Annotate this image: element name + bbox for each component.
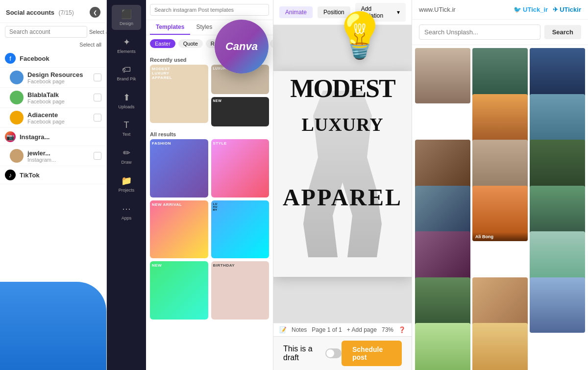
telegram-icon: ✈ — [553, 6, 558, 13]
instagram-account-info: Instagra... — [20, 133, 101, 141]
template-all-3[interactable]: NEW ARRIVAL — [150, 200, 208, 259]
projects-icon: 📁 — [121, 175, 132, 186]
design-title-apparel: APPAREL — [273, 184, 412, 211]
tiktok-account-info: TikTok — [20, 172, 101, 179]
canva-logo: Canva — [215, 20, 269, 74]
blablatalk-sub: Facebook page — [27, 99, 90, 104]
canva-text-btn[interactable]: T Text — [112, 116, 141, 141]
select-all-row: Select all — [0, 41, 106, 49]
instagram-account-item[interactable]: 📷 Instagra... — [0, 128, 106, 146]
adiacente-checkbox[interactable] — [94, 114, 101, 122]
template-thumb-1[interactable]: MODESTLUXURYAPPAREL — [150, 65, 208, 123]
design-resources-checkbox[interactable] — [94, 74, 101, 81]
template-thumb-3[interactable]: NEW — [211, 97, 270, 126]
page-info: Page 1 of 1 — [312, 326, 342, 333]
photo-item-16[interactable] — [530, 277, 585, 333]
blablatalk-checkbox[interactable] — [94, 94, 101, 101]
draft-toggle[interactable] — [325, 348, 342, 358]
template-all-2[interactable]: Style — [211, 139, 270, 197]
jewler-checkbox[interactable] — [94, 152, 101, 160]
template-all-4[interactable]: LUXURY — [211, 200, 270, 259]
chip-more[interactable]: › — [270, 39, 273, 48]
twitter-link[interactable]: 🐦 UTick_ir — [514, 6, 548, 13]
adiacente-info: Adiacente Facebook page — [27, 111, 90, 124]
canva-projects-btn[interactable]: 📁 Projects — [112, 172, 141, 197]
animate-btn[interactable]: Animate — [279, 6, 313, 18]
middle-panel: Create a new post +2 Customize each — [107, 0, 412, 370]
search-account-input[interactable] — [5, 26, 87, 38]
lightbulb-icon: 💡 — [332, 10, 387, 61]
uploads-label: Uploads — [118, 104, 134, 109]
all-results-grid: Fashion Style NEW ARRIVAL LUXURY NEW — [150, 139, 269, 320]
left-panel: Social accounts (7/15) Select all Select… — [0, 0, 107, 370]
add-page-btn[interactable]: + Add page — [347, 326, 377, 333]
twitter-icon: 🐦 — [514, 6, 521, 13]
canva-draw-btn[interactable]: ✏ Draw — [112, 144, 141, 169]
text-icon: T — [124, 120, 129, 130]
canva-apps-btn[interactable]: ⋯ Apps — [112, 199, 141, 224]
canva-design-btn[interactable]: ⬛ Design — [112, 5, 141, 30]
search-row: Select all — [0, 23, 106, 41]
telegram-link[interactable]: ✈ UTickir — [553, 6, 581, 13]
adiacente-avatar — [10, 111, 24, 124]
draft-label: This is a draft — [283, 345, 321, 362]
draft-knob — [326, 349, 334, 357]
right-panel: www.UTick.ir 🐦 UTick_ir ✈ UTickir Search… — [412, 0, 588, 370]
canva-elements-btn[interactable]: ✦ Elements — [112, 33, 141, 58]
photo-item-17[interactable] — [415, 323, 470, 370]
search-button[interactable]: Search — [544, 25, 581, 39]
search-unsplash-row: Search — [412, 20, 588, 45]
canva-logo-text: Canva — [225, 40, 258, 53]
search-unsplash-input[interactable] — [419, 25, 540, 40]
photo-item-18[interactable] — [472, 323, 528, 370]
social-accounts-header: Social accounts (7/15) — [0, 0, 106, 23]
design-resources-info: Design Resources Facebook page — [27, 71, 90, 84]
design-title-modest: MODEST — [273, 76, 412, 101]
jewler-sub: Instagram... — [27, 157, 90, 163]
design-icon: ⬛ — [121, 9, 132, 20]
tiktok-account-item[interactable]: ♪ TikTok — [0, 166, 106, 184]
notes-label: Notes — [292, 326, 307, 333]
jewler-item[interactable]: jewler... Instagram... — [0, 146, 106, 166]
facebook-account-info: Facebook — [20, 55, 101, 62]
templates-search-input[interactable] — [150, 4, 269, 16]
select-all-button[interactable]: Select all — [89, 29, 107, 35]
draw-icon: ✏ — [123, 148, 130, 158]
schedule-post-button[interactable]: Schedule post — [342, 341, 402, 366]
styles-tab[interactable]: Styles — [190, 20, 218, 35]
tmpl-all-text-2: Style — [211, 139, 270, 148]
help-icon: ❓ — [398, 326, 406, 333]
canva-footer: This is a draft Schedule post — [273, 336, 412, 370]
templates-tab[interactable]: Templates — [150, 20, 190, 35]
adiacente-name: Adiacente — [27, 111, 90, 119]
canva-uploads-btn[interactable]: ⬆ Uploads — [112, 88, 141, 113]
blablatalk-name: BlablaTalk — [27, 91, 90, 99]
photo-item-10[interactable]: Ali Bong — [472, 186, 528, 241]
photo-item-1[interactable] — [415, 48, 470, 103]
tmpl-all-text-3: NEW ARRIVAL — [150, 200, 208, 209]
projects-label: Projects — [119, 188, 135, 193]
photo-overlay-10: Ali Bong — [472, 232, 528, 241]
canvas-workspace[interactable]: MODEST LUXURY APPAREL — [273, 25, 412, 323]
blablatalk-info: BlablaTalk Facebook page — [27, 91, 90, 104]
tiktok-account-name: TikTok — [20, 172, 101, 179]
template-all-1[interactable]: Fashion — [150, 139, 208, 197]
design-resources-avatar — [10, 71, 24, 84]
left-bottom-decoration — [0, 282, 106, 370]
canva-overlay: Canva 💡 ⬛ Design ✦ Elements 🏷 Brand Pik … — [107, 0, 412, 370]
chip-quote[interactable]: Quote — [178, 39, 203, 48]
design-resources-item[interactable]: Design Resources Facebook page — [0, 68, 106, 88]
blablatalk-item[interactable]: BlablaTalk Facebook page — [0, 88, 106, 108]
select-all-button-2[interactable]: Select all — [79, 42, 101, 48]
draw-label: Draw — [121, 160, 131, 165]
tmpl-text-1: MODESTLUXURYAPPAREL — [150, 65, 208, 82]
facebook-account-item[interactable]: f Facebook — [0, 49, 106, 68]
facebook-account-name: Facebook — [20, 55, 101, 62]
template-all-6[interactable]: Birthday — [211, 261, 270, 320]
notes-icon: 📝 — [279, 326, 287, 333]
collapse-button[interactable] — [90, 7, 100, 18]
canva-brand-btn[interactable]: 🏷 Brand Pik — [112, 61, 141, 85]
adiacente-item[interactable]: Adiacente Facebook page — [0, 108, 106, 128]
template-all-5[interactable]: NEW — [150, 261, 208, 320]
chip-easter[interactable]: Easter — [150, 39, 175, 48]
